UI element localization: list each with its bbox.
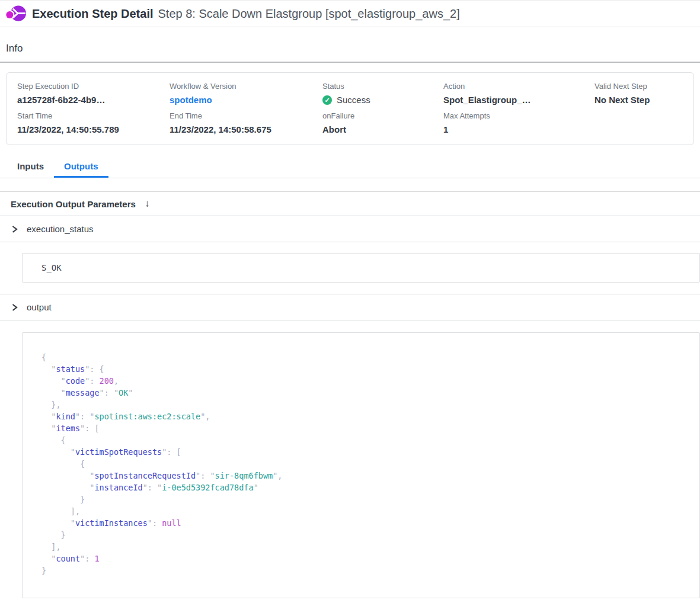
code-line: "count": 1 xyxy=(41,553,693,564)
info-card: Step Execution IDa125728f-6b22-4b9…Workf… xyxy=(6,72,694,145)
code-line: } xyxy=(41,564,693,576)
tab-outputs[interactable]: Outputs xyxy=(54,155,108,178)
status-badge: ✓Success xyxy=(322,95,443,105)
code-line: { xyxy=(41,434,693,446)
group-row-execution-status[interactable]: execution_status xyxy=(0,216,700,242)
field-label: Status xyxy=(322,82,443,91)
info-divider xyxy=(0,62,700,63)
arrow-down-icon[interactable]: ↓ xyxy=(145,198,150,210)
info-field-workflow-version: Workflow & Versionspotdemo xyxy=(170,82,322,105)
info-field-max-attempts: Max Attempts1 xyxy=(443,111,594,134)
page-header: Execution Step Detail Step 8: Scale Down… xyxy=(0,1,700,27)
info-field-end-time: End Time11/23/2022, 14:50:58.675 xyxy=(170,111,322,134)
field-label: Max Attempts xyxy=(443,111,594,120)
code-line: { xyxy=(41,458,693,470)
execution-status-value: S_OK xyxy=(41,263,62,272)
group-name: execution_status xyxy=(27,224,94,234)
status-text: Success xyxy=(337,95,370,105)
info-field-start-time: Start Time11/23/2022, 14:50:55.789 xyxy=(17,111,170,134)
field-value: No Next Step xyxy=(594,95,693,105)
field-label: onFailure xyxy=(322,111,443,120)
code-line: "status": { xyxy=(41,363,693,375)
field-label: Step Execution ID xyxy=(17,82,170,91)
code-line: "spotInstanceRequestId": "sir-8qm6fbwm", xyxy=(41,470,693,482)
workflow-link[interactable]: spotdemo xyxy=(170,95,322,105)
output-json-box: { "status": { "code": 200, "message": "O… xyxy=(22,332,700,598)
chevron-right-icon xyxy=(11,226,18,233)
info-field-step-execution-id: Step Execution IDa125728f-6b22-4b9… xyxy=(17,82,170,105)
chevron-right-icon xyxy=(11,304,18,311)
page-title: Execution Step Detail xyxy=(32,7,154,21)
code-line: ], xyxy=(41,505,693,517)
output-json-code: { "status": { "code": 200, "message": "O… xyxy=(41,351,693,576)
output-parameters-bar: Execution Output Parameters ↓ xyxy=(0,191,700,216)
tab-inputs[interactable]: Inputs xyxy=(7,155,54,178)
field-label: End Time xyxy=(170,111,322,120)
group-name: output xyxy=(27,302,52,312)
execution-status-value-box: S_OK xyxy=(22,253,700,283)
field-value: 11/23/2022, 14:50:58.675 xyxy=(170,124,322,134)
code-line: "message": "OK" xyxy=(41,387,693,399)
field-label: Workflow & Version xyxy=(170,82,322,91)
code-line: "code": 200, xyxy=(41,375,693,387)
code-line: "instanceId": "i-0e5d5392fcad78dfa" xyxy=(41,482,693,493)
field-value: 11/23/2022, 14:50:55.789 xyxy=(17,124,170,134)
code-line: { xyxy=(41,351,693,363)
field-label: Start Time xyxy=(17,111,170,120)
field-value: Spot_Elastigroup_… xyxy=(443,95,594,105)
code-line: "items": [ xyxy=(41,422,693,434)
field-label: Valid Next Step xyxy=(594,82,693,91)
code-line: }, xyxy=(41,399,693,410)
code-line: ], xyxy=(41,541,693,553)
output-parameters-title: Execution Output Parameters xyxy=(11,199,136,209)
field-value: 1 xyxy=(443,124,594,134)
code-line: } xyxy=(41,493,693,505)
tab-bar: InputsOutputs xyxy=(0,155,700,178)
info-field-action: ActionSpot_Elastigroup_… xyxy=(443,82,594,105)
field-label: Action xyxy=(443,82,594,91)
group-row-output[interactable]: output xyxy=(0,294,700,320)
workflow-logo-icon xyxy=(6,4,27,24)
code-line: "kind": "spotinst:aws:ec2:scale", xyxy=(41,410,693,422)
code-line: "victimInstances": null xyxy=(41,517,693,529)
info-field-valid-next-step: Valid Next StepNo Next Step xyxy=(594,82,693,105)
field-value: a125728f-6b22-4b9… xyxy=(17,95,170,105)
info-field-status: Status✓Success xyxy=(322,82,443,105)
code-line: "victimSpotRequests": [ xyxy=(41,446,693,458)
info-field-onfailure: onFailureAbort xyxy=(322,111,443,134)
page-subtitle: Step 8: Scale Down Elastgroup [spot_elas… xyxy=(158,7,460,21)
field-value: Abort xyxy=(322,124,443,134)
success-check-icon: ✓ xyxy=(322,95,332,105)
code-line: } xyxy=(41,529,693,541)
info-section-heading: Info xyxy=(6,43,700,54)
